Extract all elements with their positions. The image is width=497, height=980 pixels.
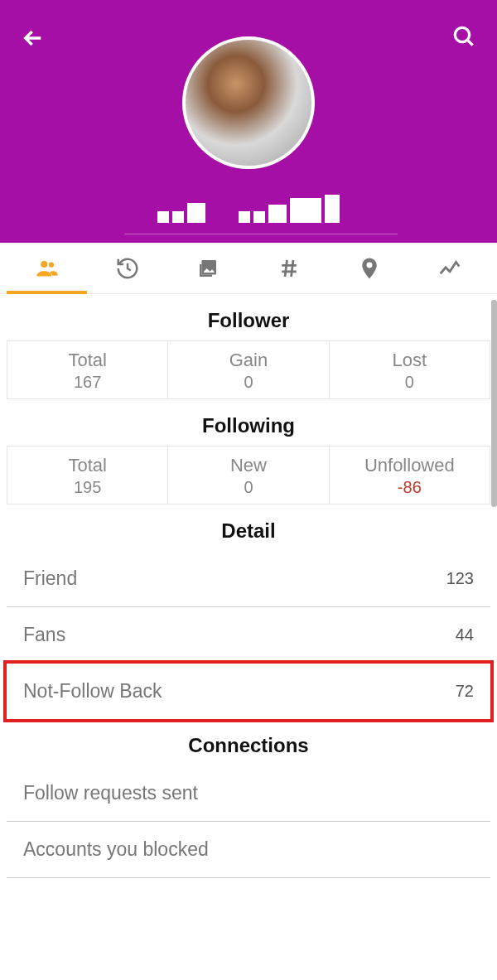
tab-bar bbox=[0, 243, 497, 294]
svg-point-2 bbox=[49, 262, 54, 267]
stat-label: Lost bbox=[330, 350, 490, 371]
scrollbar[interactable] bbox=[491, 300, 497, 507]
connections-follow-requests[interactable]: Follow requests sent bbox=[7, 765, 490, 822]
tab-analytics[interactable] bbox=[410, 243, 490, 293]
detail-row-fans[interactable]: Fans 44 bbox=[7, 607, 490, 664]
following-total-cell[interactable]: Total 195 bbox=[7, 447, 167, 504]
follower-gain-cell[interactable]: Gain 0 bbox=[167, 341, 328, 398]
profile-header bbox=[0, 0, 497, 243]
detail-value: 72 bbox=[456, 682, 474, 701]
tab-location[interactable] bbox=[329, 243, 409, 293]
stat-value: 0 bbox=[168, 478, 328, 497]
section-detail: Detail Friend 123 Fans 44 Not-Follow Bac… bbox=[0, 519, 497, 722]
following-unfollowed-cell[interactable]: Unfollowed -86 bbox=[329, 447, 490, 504]
section-title-following: Following bbox=[0, 414, 497, 437]
stat-label: Unfollowed bbox=[330, 455, 490, 476]
detail-row-not-follow-back[interactable]: Not-Follow Back 72 bbox=[3, 660, 494, 722]
section-title-detail: Detail bbox=[0, 519, 497, 543]
stat-value: 167 bbox=[7, 373, 167, 392]
username-pixelated bbox=[157, 195, 340, 223]
section-connections: Connections Follow requests sent Account… bbox=[0, 734, 497, 878]
stat-value: 195 bbox=[7, 478, 167, 497]
stat-value: 0 bbox=[168, 373, 328, 392]
svg-point-1 bbox=[41, 261, 47, 268]
section-title-follower: Follower bbox=[0, 309, 497, 332]
section-follower: Follower Total 167 Gain 0 Lost 0 bbox=[0, 309, 497, 399]
detail-value: 44 bbox=[456, 625, 474, 644]
svg-point-0 bbox=[455, 27, 469, 41]
connections-blocked-accounts[interactable]: Accounts you blocked bbox=[7, 822, 490, 878]
stat-label: New bbox=[168, 455, 328, 476]
stat-value: 0 bbox=[330, 373, 490, 392]
avatar[interactable] bbox=[182, 36, 315, 169]
detail-label: Fans bbox=[23, 624, 65, 646]
follower-total-cell[interactable]: Total 167 bbox=[7, 341, 167, 398]
stat-label: Gain bbox=[168, 350, 328, 371]
section-title-connections: Connections bbox=[0, 734, 497, 757]
search-icon[interactable] bbox=[451, 23, 477, 50]
detail-label: Not-Follow Back bbox=[23, 680, 288, 702]
section-following: Following Total 195 New 0 Unfollowed -86 bbox=[0, 414, 497, 504]
stat-label: Total bbox=[7, 455, 167, 476]
detail-label: Friend bbox=[23, 567, 77, 590]
detail-row-friend[interactable]: Friend 123 bbox=[7, 551, 490, 607]
stat-label: Total bbox=[7, 350, 167, 371]
tab-history[interactable] bbox=[87, 243, 167, 293]
following-new-cell[interactable]: New 0 bbox=[167, 447, 328, 504]
tab-hashtag[interactable] bbox=[248, 243, 329, 293]
conn-label: Accounts you blocked bbox=[23, 838, 209, 860]
stat-value: -86 bbox=[330, 478, 490, 497]
tab-people[interactable] bbox=[7, 243, 87, 293]
tab-photos[interactable] bbox=[168, 243, 248, 293]
detail-value: 123 bbox=[446, 569, 474, 588]
conn-label: Follow requests sent bbox=[23, 782, 198, 804]
header-underline bbox=[124, 234, 398, 234]
follower-lost-cell[interactable]: Lost 0 bbox=[329, 341, 490, 398]
back-arrow-icon[interactable] bbox=[20, 25, 46, 51]
